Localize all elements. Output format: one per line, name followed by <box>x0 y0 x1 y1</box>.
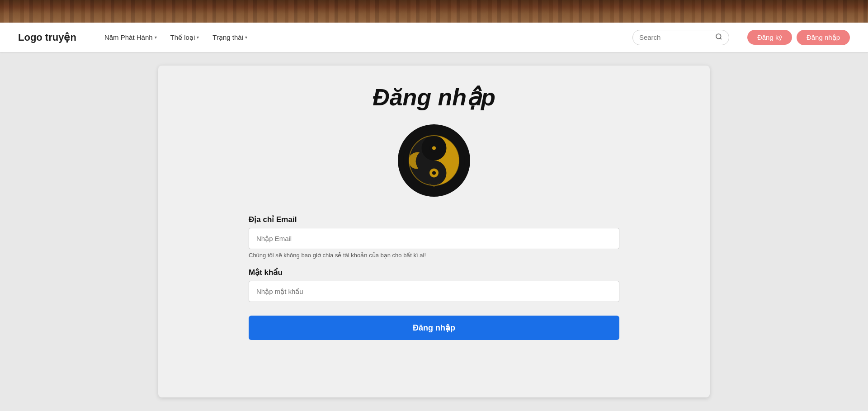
email-form-group: Địa chỉ Email Chúng tôi sẽ không bao giờ… <box>249 215 619 259</box>
search-icon <box>715 33 722 42</box>
nav-label-year: Năm Phát Hành <box>104 33 153 41</box>
email-input[interactable] <box>249 228 619 249</box>
chevron-down-icon: ▾ <box>245 35 247 40</box>
navbar-nav: Năm Phát Hành ▾ Thể loại ▾ Trạng thái ▾ <box>99 31 619 44</box>
register-button[interactable]: Đăng ký <box>747 30 792 45</box>
svg-line-1 <box>720 38 722 39</box>
navbar-actions: Đăng ký Đăng nhập <box>747 30 850 45</box>
password-form-group: Mật khẩu <box>249 268 619 302</box>
password-label: Mật khẩu <box>249 268 619 277</box>
nav-item-genre[interactable]: Thể loại ▾ <box>165 31 205 44</box>
nav-label-genre: Thể loại <box>170 33 195 42</box>
nav-item-year[interactable]: Năm Phát Hành ▾ <box>99 31 162 44</box>
password-input[interactable] <box>249 281 619 302</box>
email-label: Địa chỉ Email <box>249 215 619 224</box>
nav-item-status[interactable]: Trạng thái ▾ <box>207 31 253 44</box>
search-input[interactable] <box>639 33 712 41</box>
svg-point-6 <box>432 171 436 175</box>
svg-point-0 <box>716 34 721 39</box>
chevron-down-icon: ▾ <box>155 35 157 40</box>
navbar-logo: Logo truyện <box>18 32 76 43</box>
nav-label-status: Trạng thái <box>212 33 243 42</box>
login-title: Đăng nhập <box>249 84 619 111</box>
main-content: Đăng nhập <box>0 52 868 411</box>
navbar: Logo truyện Năm Phát Hành ▾ Thể loại ▾ T… <box>0 23 868 52</box>
login-nav-button[interactable]: Đăng nhập <box>797 30 850 45</box>
search-bar <box>632 30 729 45</box>
chevron-down-icon: ▾ <box>197 35 199 40</box>
login-submit-button[interactable]: Đăng nhập <box>249 316 619 340</box>
logo-circle <box>398 124 470 197</box>
login-card: Đăng nhập <box>158 66 710 397</box>
hero-banner <box>0 0 868 23</box>
svg-point-5 <box>432 146 436 150</box>
email-hint: Chúng tôi sẽ không bao giờ chia sẻ tài k… <box>249 252 619 259</box>
login-logo <box>249 124 619 197</box>
